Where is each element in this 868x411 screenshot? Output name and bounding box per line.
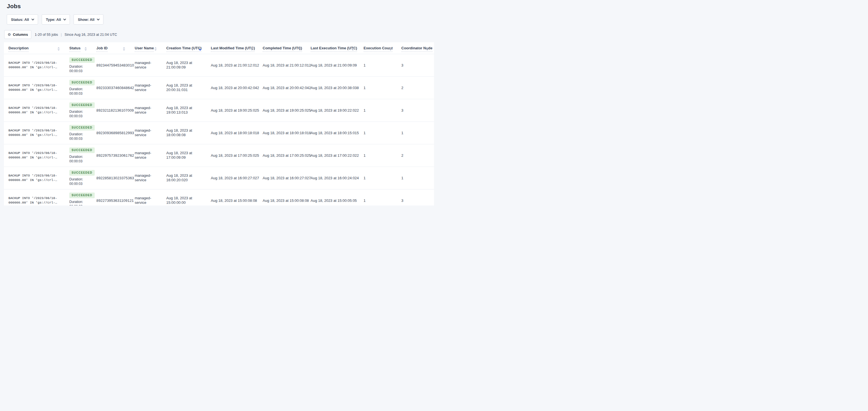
column-header-execution-count[interactable]: Execution Count [360, 42, 397, 54]
job-description-line1: BACKUP INTO '/2023/08/18- [8, 106, 63, 110]
execution-count-cell: 1 [360, 77, 397, 99]
column-header-job-id[interactable]: Job ID [92, 42, 131, 54]
completed-time-cell: Aug 18, 2023 at 17:00:25:025 [259, 144, 307, 167]
duration-value: 00:00:03 [69, 69, 90, 73]
last-execution-time-cell: Aug 18, 2023 at 17:00:22:022 [307, 144, 360, 167]
last-modified-time-cell: Aug 18, 2023 at 19:00:25:025 [207, 99, 259, 121]
sort-arrows-icon-active-desc[interactable] [199, 47, 201, 51]
status-badge: SUCCEEDED [69, 80, 95, 85]
job-description-cell[interactable]: BACKUP INTO '/2023/08/18- 000000.00' IN … [4, 121, 65, 144]
type-filter-dropdown[interactable]: Type: All [42, 14, 70, 25]
last-execution-time-cell: Aug 18, 2023 at 18:00:15:015 [307, 121, 360, 144]
creation-time-cell: Aug 18, 2023 at 15:00:00:00 [162, 189, 207, 206]
type-filter-label: Type: All [46, 18, 61, 22]
job-description-line2: 000000.00' IN 'gs://crl-… [8, 88, 63, 92]
last-modified-time-cell: Aug 18, 2023 at 21:00:12:012 [207, 54, 259, 77]
job-description-line1: BACKUP INTO '/2023/08/18- [8, 151, 63, 155]
creation-time-cell: Aug 18, 2023 at 21:00:09:09 [162, 54, 207, 77]
sort-arrows-icon[interactable] [123, 47, 125, 51]
results-separator: | [61, 33, 62, 37]
execution-count-cell: 1 [360, 121, 397, 144]
job-id-cell: 892333037460848642 [92, 77, 131, 99]
sort-arrows-icon[interactable] [251, 47, 253, 51]
job-id-cell: 892344759453483010 [92, 54, 131, 77]
job-description-line1: BACKUP INTO '/2023/08/18- [8, 173, 63, 178]
sort-arrows-icon[interactable] [299, 47, 301, 51]
show-filter-dropdown[interactable]: Show: All [73, 14, 103, 25]
column-header-description[interactable]: Description [4, 42, 65, 54]
last-execution-time-cell: Aug 18, 2023 at 16:00:24:024 [307, 167, 360, 189]
job-id-cell: 892309368985812993 [92, 121, 131, 144]
filter-bar: Status: All Type: All Show: All [7, 14, 434, 25]
job-description-line1: BACKUP INTO '/2023/08/18- [8, 83, 63, 88]
user-name-cell: managed-service [131, 99, 162, 121]
coordinator-node-cell: 1 [397, 167, 434, 189]
completed-time-cell: Aug 18, 2023 at 19:00:25:025 [259, 99, 307, 121]
duration-value: 00:00:03 [69, 137, 90, 141]
sort-arrows-icon[interactable] [58, 47, 60, 51]
status-badge: SUCCEEDED [69, 57, 95, 63]
job-description-line2: 000000.00' IN 'gs://crl-… [8, 200, 63, 205]
job-id-cell: 892285813023375363 [92, 167, 131, 189]
creation-time-cell: Aug 18, 2023 at 20:00:31:031 [162, 77, 207, 99]
job-description-cell[interactable]: BACKUP INTO '/2023/08/18- 000000.00' IN … [4, 54, 65, 77]
job-description-line2: 000000.00' IN 'gs://crl-… [8, 178, 63, 182]
job-description-line2: 000000.00' IN 'gs://crl-… [8, 110, 63, 115]
job-description-cell[interactable]: BACKUP INTO '/2023/08/18- 000000.00' IN … [4, 99, 65, 121]
coordinator-node-cell: 3 [397, 189, 434, 206]
execution-count-cell: 1 [360, 189, 397, 206]
column-header-user-name[interactable]: User Name [131, 42, 162, 54]
sort-arrows-icon[interactable] [154, 47, 157, 51]
job-description-line1: BACKUP INTO '/2023/08/18- [8, 128, 63, 133]
job-description-line2: 000000.00' IN 'gs://crl-… [8, 65, 63, 70]
duration-label: Duration: [69, 177, 90, 181]
job-description-line1: BACKUP INTO '/2023/08/18- [8, 196, 63, 200]
chevron-down-icon [63, 18, 66, 21]
status-filter-dropdown[interactable]: Status: All [7, 14, 38, 25]
table-row: BACKUP INTO '/2023/08/18- 000000.00' IN … [4, 99, 434, 121]
job-description-cell[interactable]: BACKUP INTO '/2023/08/18- 000000.00' IN … [4, 189, 65, 206]
results-count: 1-20 of 55 jobs [35, 33, 58, 37]
sort-arrows-icon[interactable] [426, 47, 428, 51]
coordinator-node-cell: 3 [397, 54, 434, 77]
show-filter-label: Show: All [78, 18, 94, 22]
column-header-last-execution-time[interactable]: Last Execution Time (UTC) [307, 42, 360, 54]
columns-button-label: Columns [13, 33, 28, 37]
column-header-creation-time[interactable]: Creation Time (UTC) [162, 42, 207, 54]
creation-time-cell: Aug 18, 2023 at 16:00:20:020 [162, 167, 207, 189]
job-status-cell: SUCCEEDED Duration: 00:00:03 [65, 167, 92, 189]
completed-time-cell: Aug 18, 2023 at 16:00:27:027 [259, 167, 307, 189]
column-header-last-modified-time[interactable]: Last Modified Time (UTC) [207, 42, 259, 54]
sort-arrows-icon[interactable] [352, 47, 354, 51]
results-since: Since Aug 16, 2023 at 21:04 UTC [65, 33, 117, 37]
completed-time-cell: Aug 18, 2023 at 21:00:12:012 [259, 54, 307, 77]
results-info: 1-20 of 55 jobs | Since Aug 16, 2023 at … [35, 33, 117, 37]
last-modified-time-cell: Aug 18, 2023 at 20:00:42:042 [207, 77, 259, 99]
duration-value: 00:00:03 [69, 159, 90, 164]
job-status-cell: SUCCEEDED Duration: 00:00:03 [65, 99, 92, 121]
coordinator-node-cell: 3 [397, 99, 434, 121]
column-header-completed-time[interactable]: Completed Time (UTC) [259, 42, 307, 54]
creation-time-cell: Aug 18, 2023 at 19:00:13:013 [162, 99, 207, 121]
duration-label: Duration: [69, 154, 90, 159]
job-description-line2: 000000.00' IN 'gs://crl-… [8, 155, 63, 160]
last-execution-time-cell: Aug 18, 2023 at 15:00:05:05 [307, 189, 360, 206]
job-description-cell[interactable]: BACKUP INTO '/2023/08/18- 000000.00' IN … [4, 144, 65, 167]
column-header-status[interactable]: Status [65, 42, 92, 54]
chevron-down-icon [31, 18, 34, 21]
table-row: BACKUP INTO '/2023/08/18- 000000.00' IN … [4, 121, 434, 144]
sort-arrows-icon[interactable] [390, 47, 392, 51]
duration-value: 00:00:03 [69, 181, 90, 186]
sort-arrows-icon[interactable] [85, 47, 87, 51]
column-header-coordinator-node[interactable]: Coordinator Node [397, 42, 434, 54]
user-name-cell: managed-service [131, 121, 162, 144]
status-badge: SUCCEEDED [69, 170, 95, 176]
job-status-cell: SUCCEEDED Duration: 00:00:03 [65, 121, 92, 144]
duration-label: Duration: [69, 64, 90, 69]
job-description-cell[interactable]: BACKUP INTO '/2023/08/18- 000000.00' IN … [4, 77, 65, 99]
job-description-cell[interactable]: BACKUP INTO '/2023/08/18- 000000.00' IN … [4, 167, 65, 189]
last-execution-time-cell: Aug 18, 2023 at 19:00:22:022 [307, 99, 360, 121]
jobs-table-card: Description Status Job ID User Name [4, 42, 434, 206]
columns-button[interactable]: ⚙ Columns [4, 30, 31, 39]
execution-count-cell: 1 [360, 167, 397, 189]
